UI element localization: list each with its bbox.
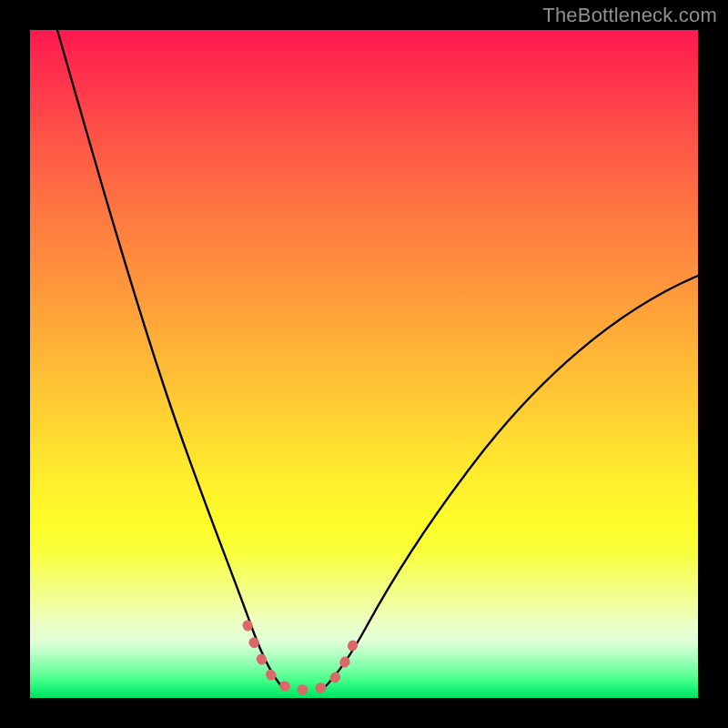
right-curve — [324, 276, 698, 688]
valley-marker-path — [248, 625, 358, 690]
outer-frame: TheBottleneck.com — [0, 0, 728, 728]
chart-svg — [30, 30, 698, 698]
watermark-text: TheBottleneck.com — [542, 4, 717, 27]
left-curve — [57, 30, 283, 688]
